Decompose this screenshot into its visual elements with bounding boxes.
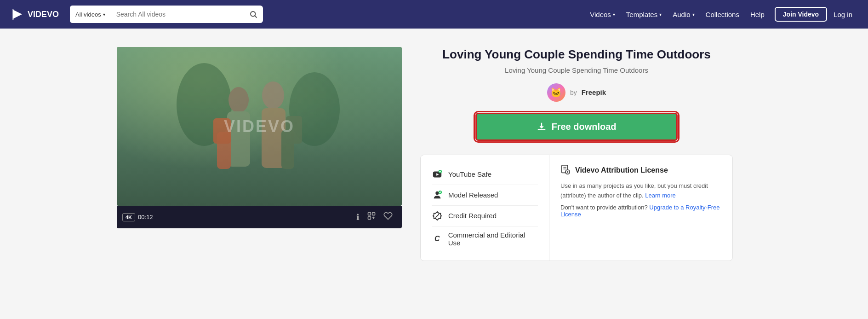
header: VIDEVO All videos ▾ Videos ▾ Templates ▾… bbox=[0, 0, 868, 29]
license-description: Use in as many projects as you like, but… bbox=[560, 181, 721, 201]
nav-videos[interactable]: Videos ▾ bbox=[585, 8, 620, 21]
commercial-icon: C bbox=[432, 233, 443, 244]
nav-help[interactable]: Help bbox=[746, 8, 769, 21]
credit-required-attr: Credit Required bbox=[432, 206, 538, 226]
nav-collections[interactable]: Collections bbox=[701, 8, 744, 21]
video-title: Loving Young Couple Spending Time Outdoo… bbox=[420, 47, 733, 63]
license-upgrade-prompt: Don't want to provide attribution? Upgra… bbox=[560, 204, 721, 218]
svg-rect-15 bbox=[372, 213, 375, 215]
author-by-label: by bbox=[570, 89, 577, 96]
video-duration: 00:12 bbox=[138, 214, 153, 220]
video-subtitle: Loving Young Couple Spending Time Outdoo… bbox=[420, 66, 733, 74]
heart-svg bbox=[383, 211, 393, 220]
attributes-license-container: YouTube Safe Model Released bbox=[420, 155, 733, 261]
nav-collections-label: Collections bbox=[706, 11, 739, 18]
videvo-logo-icon bbox=[11, 8, 24, 21]
svg-rect-14 bbox=[368, 213, 371, 215]
search-category-label: All videos bbox=[75, 11, 101, 18]
resolution-badge: 4K bbox=[122, 213, 135, 221]
svg-rect-1 bbox=[12, 9, 14, 20]
main-content: VIDEVO 4K 00:12 ℹ Loving Young Couple Sp… bbox=[89, 29, 779, 279]
video-panel: VIDEVO 4K 00:12 ℹ bbox=[117, 47, 402, 228]
attributes-column: YouTube Safe Model Released bbox=[421, 155, 549, 261]
nav-audio-chevron: ▾ bbox=[692, 12, 695, 17]
author-avatar: 🐱 bbox=[547, 83, 565, 102]
license-icon bbox=[560, 164, 571, 177]
nav-help-label: Help bbox=[750, 11, 765, 18]
model-released-label: Model Released bbox=[448, 191, 498, 199]
search-button[interactable] bbox=[244, 6, 263, 23]
add-collection-svg bbox=[367, 211, 376, 220]
svg-line-24 bbox=[435, 214, 439, 217]
commercial-editorial-label: Commercial and Editorial Use bbox=[448, 231, 538, 247]
credit-required-icon bbox=[432, 210, 443, 221]
svg-point-22 bbox=[435, 191, 439, 195]
svg-line-3 bbox=[255, 16, 257, 17]
nav-videos-chevron: ▾ bbox=[613, 12, 615, 17]
model-released-attr: Model Released bbox=[432, 185, 538, 205]
info-panel: Loving Young Couple Spending Time Outdoo… bbox=[402, 47, 751, 261]
nav-templates[interactable]: Templates ▾ bbox=[622, 8, 666, 21]
author-row: 🐱 by Freepik bbox=[420, 83, 733, 102]
license-column: Videvo Attribution License Use in as man… bbox=[549, 155, 732, 261]
svg-rect-16 bbox=[368, 217, 371, 220]
download-icon bbox=[537, 122, 547, 132]
credit-required-label: Credit Required bbox=[448, 212, 497, 220]
commercial-editorial-attr: C Commercial and Editorial Use bbox=[432, 226, 538, 251]
join-videvo-button[interactable]: Join Videvo bbox=[775, 7, 827, 22]
learn-more-link[interactable]: Learn more bbox=[645, 192, 675, 199]
svg-point-6 bbox=[228, 87, 249, 113]
nav-audio-label: Audio bbox=[673, 11, 690, 18]
youtube-safe-icon bbox=[432, 169, 443, 180]
license-title-row: Videvo Attribution License bbox=[560, 164, 721, 177]
youtube-safe-attr: YouTube Safe bbox=[432, 164, 538, 185]
login-button[interactable]: Log in bbox=[829, 8, 857, 21]
logo[interactable]: VIDEVO bbox=[11, 8, 59, 21]
model-released-icon bbox=[432, 190, 443, 201]
license-title-text: Videvo Attribution License bbox=[575, 166, 668, 174]
nav-templates-chevron: ▾ bbox=[659, 12, 662, 17]
dropdown-chevron-icon: ▾ bbox=[103, 12, 105, 17]
main-nav: Videos ▾ Templates ▾ Audio ▾ Collections… bbox=[585, 7, 857, 22]
search-input[interactable] bbox=[111, 6, 244, 23]
video-watermark-text: VIDEVO bbox=[224, 117, 295, 136]
nav-audio[interactable]: Audio ▾ bbox=[668, 8, 699, 21]
nav-videos-label: Videos bbox=[590, 11, 611, 18]
info-icon[interactable]: ℹ bbox=[353, 210, 363, 224]
svg-point-2 bbox=[251, 12, 256, 17]
video-thumbnail: VIDEVO bbox=[117, 47, 402, 206]
video-controls-bar: 4K 00:12 ℹ bbox=[117, 206, 402, 228]
nav-templates-label: Templates bbox=[626, 11, 657, 18]
add-to-collection-icon[interactable] bbox=[363, 209, 380, 225]
download-btn-label: Free download bbox=[551, 122, 616, 132]
favorite-icon[interactable] bbox=[380, 209, 396, 225]
logo-text: VIDEVO bbox=[28, 10, 59, 19]
svg-point-9 bbox=[262, 81, 284, 109]
search-category-dropdown[interactable]: All videos ▾ bbox=[70, 6, 111, 23]
youtube-safe-label: YouTube Safe bbox=[448, 170, 491, 178]
search-icon bbox=[249, 10, 257, 18]
search-bar: All videos ▾ bbox=[70, 6, 263, 23]
free-download-button[interactable]: Free download bbox=[475, 113, 678, 141]
author-name: Freepik bbox=[582, 88, 606, 96]
